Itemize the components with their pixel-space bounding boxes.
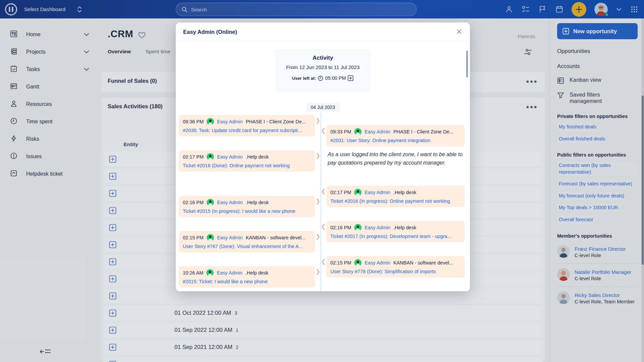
sidebar-item-time-spent[interactable]: Time spent xyxy=(0,113,97,130)
dashboard-selector[interactable]: Select Dashboard xyxy=(24,6,82,13)
checklist-icon[interactable] xyxy=(521,5,530,14)
expand-row-icon[interactable] xyxy=(109,172,117,180)
expand-row-icon[interactable] xyxy=(109,258,117,266)
member-role: C-level Role, Team Member xyxy=(575,299,635,304)
modal-title: Easy Admin (Online) xyxy=(183,29,237,35)
sidebar-item-helpdesk-ticket[interactable]: Helpdesk ticket xyxy=(0,165,97,183)
entry-issue-link[interactable]: #2031: User Story: Online payment integr… xyxy=(330,138,461,143)
profile-avatar[interactable] xyxy=(594,3,608,16)
member-avatar xyxy=(557,291,570,305)
filter-link[interactable]: Overall forecast xyxy=(557,216,595,224)
entry-issue-link[interactable]: #2035: Task: Update credit card for paym… xyxy=(183,128,311,133)
modal-scrollbar-thumb[interactable] xyxy=(466,51,468,77)
user-icon[interactable] xyxy=(504,5,513,14)
sidebar-item-tasks[interactable]: Tasks xyxy=(0,61,97,78)
entry-issue-link[interactable]: #2015: Ticket: I would like a new phone xyxy=(183,279,311,284)
expand-row-icon[interactable] xyxy=(109,292,117,300)
filter-link[interactable]: My forecast (only future deals) xyxy=(557,192,626,200)
search-bar[interactable] xyxy=(176,3,417,16)
member-name[interactable]: Natalie Portfolio Manager xyxy=(575,269,631,275)
sidebar-item-home[interactable]: Home xyxy=(0,26,97,43)
activity-card[interactable]: ❯ 02:17 PM Easy Admin .Help desk Ticket … xyxy=(179,150,315,172)
expand-row-icon[interactable] xyxy=(109,326,117,334)
activity-card[interactable]: ❯ 10:26 AM Easy Admin .Help desk #2015: … xyxy=(179,266,315,288)
easy-admin-avatar xyxy=(354,128,362,135)
sidebar-item-issues[interactable]: Issues xyxy=(0,148,97,165)
page-scrollbar[interactable] xyxy=(641,18,644,362)
app-logo-icon[interactable] xyxy=(5,3,17,16)
add-time-icon[interactable] xyxy=(347,75,354,81)
expand-row-icon[interactable] xyxy=(109,189,117,197)
filter-link[interactable]: Forecast (by sales representative) xyxy=(557,180,634,188)
sidebar-item-risks[interactable]: Risks xyxy=(0,130,97,148)
activity-card[interactable]: ❮ 02:16 PM Easy Admin .Help desk Ticket … xyxy=(326,221,465,242)
nav-kanban-view[interactable]: Kanban view xyxy=(557,77,637,84)
new-opportunity-button[interactable]: New opportunity xyxy=(557,23,638,39)
activity-card[interactable]: ❯ 02:15 PM Easy Admin KANBAN - software … xyxy=(179,231,315,252)
filter-link[interactable]: My Top deals > 10000 EUR xyxy=(557,204,620,212)
close-icon[interactable]: ✕ xyxy=(456,28,463,36)
timeline-entry: ❮ 02:15 PM Easy Admin KANBAN - software … xyxy=(326,256,465,278)
activity-card[interactable]: ❮ 02:15 PM Easy Admin KANBAN - software … xyxy=(326,256,465,278)
expand-row-icon[interactable] xyxy=(109,155,117,163)
table-row: 01 Sep 2021 12:00 AM 2 xyxy=(104,340,542,355)
entry-author-link[interactable]: Easy Admin xyxy=(217,200,243,205)
entry-author-link[interactable]: Easy Admin xyxy=(217,154,243,160)
card-menu-icon[interactable]: ●●● xyxy=(526,78,538,84)
entry-author-link[interactable]: Easy Admin xyxy=(365,190,390,195)
entry-author-link[interactable]: Easy Admin xyxy=(217,119,243,124)
filter-link[interactable]: My finished deals xyxy=(557,123,598,131)
entry-author-link[interactable]: Easy Admin xyxy=(365,129,390,134)
nav-saved-filters[interactable]: Saved filters management xyxy=(557,92,637,104)
private-filters-heading: Private filters on opportunities xyxy=(557,114,637,119)
entry-issue-link[interactable]: Ticket #2016 (Done): Online payment not … xyxy=(183,163,311,168)
entry-issue-link[interactable]: Ticket #2017 (In progress): Development … xyxy=(330,234,461,239)
calendar-icon[interactable] xyxy=(555,5,564,14)
entry-issue-link[interactable]: Ticket #2016 (In progress): Online payme… xyxy=(330,198,461,204)
activity-card[interactable]: ❮ 09:33 PM Easy Admin PHASE I - Client Z… xyxy=(326,125,465,146)
entry-issue-link[interactable]: User Story #778 (Done): Simplification o… xyxy=(330,269,461,274)
activity-card[interactable]: ❯ 09:36 PM Easy Admin PHASE I - Client Z… xyxy=(179,115,315,136)
expand-row-icon[interactable] xyxy=(109,275,117,283)
activity-summary-box: Activity From 12 Jun 2023 to 11 Jul 2023… xyxy=(276,50,370,91)
flag-icon[interactable] xyxy=(538,5,547,14)
kanban-icon xyxy=(557,77,564,84)
quick-add-button[interactable] xyxy=(572,2,586,17)
filter-link[interactable]: Contracts won (by sales representative) xyxy=(557,162,637,176)
sidebar-item-resources[interactable]: Resources xyxy=(0,96,97,113)
entry-issue-link[interactable]: User Story #767 (Done): Visual enhanceme… xyxy=(183,244,311,249)
apps-grid-icon[interactable] xyxy=(630,5,639,14)
activity-card[interactable]: ❯ 02:16 PM Easy Admin .Help desk Ticket … xyxy=(179,196,315,217)
sidebar-item-gantt[interactable]: Gantt xyxy=(0,78,97,96)
modal-body: Activity From 12 Jun 2023 to 11 Jul 2023… xyxy=(176,42,470,291)
tab-overview[interactable]: Overview xyxy=(108,49,131,57)
entry-issue-link[interactable]: Ticket #2015 (In progress): I would like… xyxy=(183,208,311,214)
page-scrollbar-thumb[interactable] xyxy=(642,96,644,265)
entry-author-link[interactable]: Easy Admin xyxy=(365,260,390,265)
search-input[interactable] xyxy=(191,7,411,12)
tab-spent-time[interactable]: Spent time xyxy=(146,49,170,57)
entry-author-link[interactable]: Easy Admin xyxy=(217,270,243,276)
nav-opportunities[interactable]: Opportunities xyxy=(557,48,637,54)
expand-row-icon[interactable] xyxy=(109,343,117,351)
activity-card[interactable]: ❮ 02:17 PM Easy Admin .Help desk Ticket … xyxy=(326,186,465,207)
card-menu-icon[interactable]: ●●● xyxy=(526,104,538,110)
collapse-sidebar-icon[interactable] xyxy=(40,347,51,357)
entry-author-link[interactable]: Easy Admin xyxy=(365,225,390,230)
member-name[interactable]: Ricky Sales Director xyxy=(575,292,635,298)
expand-row-icon[interactable] xyxy=(109,241,117,249)
chevron-down-icon[interactable] xyxy=(616,5,622,14)
entry-author-link[interactable]: Easy Admin xyxy=(217,235,243,240)
expand-row-icon[interactable] xyxy=(109,309,117,317)
filter-sliders-icon[interactable] xyxy=(524,48,532,56)
expand-row-icon[interactable] xyxy=(109,206,117,215)
nav-accounts[interactable]: Accounts xyxy=(557,63,637,69)
sidebar-item-projects[interactable]: Projects xyxy=(0,43,97,61)
favorite-heart-icon[interactable] xyxy=(138,31,146,39)
member-name[interactable]: Franz Finance Director xyxy=(575,246,626,252)
expand-row-icon[interactable] xyxy=(109,224,117,232)
filter-link-row: My forecast (only future deals) xyxy=(557,192,637,200)
expand-row-icon[interactable] xyxy=(109,360,117,362)
funnel-icon xyxy=(557,92,564,99)
filter-link[interactable]: Overall finished deals xyxy=(557,135,607,143)
